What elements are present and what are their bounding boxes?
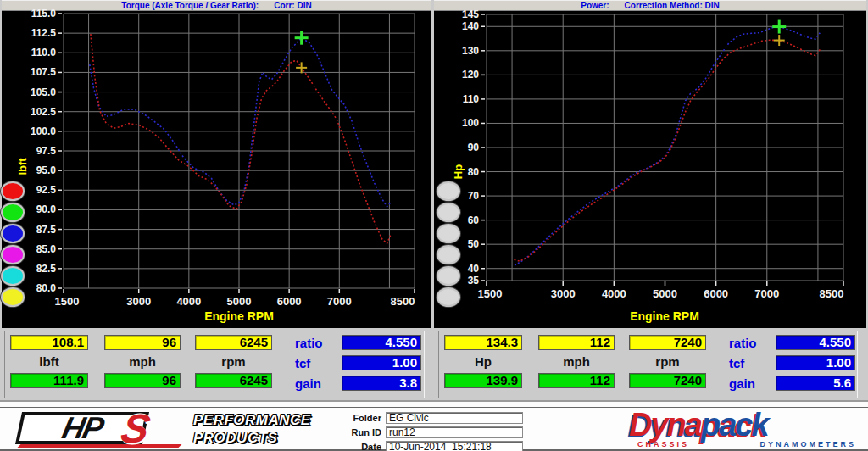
run-select-button-green[interactable] — [3, 204, 23, 220]
run-select-button-blue[interactable] — [3, 226, 23, 242]
speed-cursor-value: 112 — [538, 335, 615, 350]
speed-unit-label: mph — [104, 354, 181, 368]
ratio-label: ratio — [729, 336, 757, 349]
torque-chart-titlebar: Torque (Axle Torque / Gear Ratio): Corr:… — [2, 0, 431, 11]
power-unit-label: Hp — [444, 354, 522, 368]
run-id-label: Run ID — [337, 427, 381, 437]
y-tick-label: 85.0 — [19, 243, 56, 255]
x-tick-label: 3000 — [540, 287, 586, 300]
power-values-table: 134.3 112 7240 Hp mph rpm 139.9 112 7240… — [438, 331, 858, 398]
dynapack-wordmark: Dynapack — [629, 408, 860, 442]
run-select-button-yellow[interactable] — [3, 289, 23, 305]
blue_run_power_hp-curve — [515, 27, 820, 265]
red_run_torque_lbft-curve — [91, 34, 391, 243]
y-tick-label: 105.0 — [19, 86, 56, 98]
run-select-button-gray-4[interactable] — [438, 247, 459, 263]
gain-value: 3.8 — [342, 376, 421, 391]
power-peak-value: 139.9 — [444, 373, 522, 388]
power-chart-titlebar: Power: Correction Method: DIN — [434, 0, 866, 11]
y-tick-label: 95.0 — [19, 164, 56, 176]
tcf-label: tcf — [295, 356, 310, 370]
torque-cursor-value: 108.1 — [10, 335, 88, 350]
rpm-cursor-value: 6245 — [195, 335, 272, 350]
x-tick-label: 8500 — [380, 295, 426, 308]
date-input[interactable] — [386, 441, 523, 451]
gain-value: 5.6 — [776, 376, 855, 391]
x-tick-label: 1500 — [467, 287, 513, 300]
tcf-label: tcf — [729, 356, 744, 370]
dynapack-text-red: Dyna — [629, 407, 701, 443]
y-tick-label: 145 — [442, 8, 479, 20]
tcf-value: 1.00 — [776, 355, 855, 370]
y-tick-label: 80 — [442, 166, 479, 178]
date-label: Date — [337, 442, 381, 451]
rpm-peak-value: 7240 — [629, 373, 706, 388]
rpm-unit-label: rpm — [195, 354, 272, 368]
power-chart-canvas: Hp Engine RPM 14514013012011010090807060… — [434, 11, 866, 328]
y-tick-label: 110.0 — [19, 47, 56, 58]
run-select-button-gray-2[interactable] — [438, 204, 459, 220]
rpm-peak-value: 6245 — [195, 373, 272, 388]
y-tick-label: 82.5 — [19, 263, 56, 275]
tcf-value: 1.00 — [342, 355, 421, 370]
x-tick-label: 4000 — [166, 295, 212, 308]
folder-field-row: Folder — [337, 412, 523, 424]
y-tick-label: 102.5 — [19, 106, 56, 118]
x-tick-label: 1500 — [44, 295, 90, 308]
gain-label: gain — [729, 376, 755, 390]
run-select-button-gray-6[interactable] — [438, 289, 459, 305]
y-tick-label: 107.5 — [19, 66, 56, 78]
y-tick-label: 115.0 — [19, 8, 56, 19]
x-tick-label: 6000 — [693, 287, 739, 300]
power-cursor-value: 134.3 — [444, 335, 522, 350]
run-select-button-gray-3[interactable] — [438, 226, 459, 242]
gain-label: gain — [295, 376, 321, 390]
torque-correction-label: Corr: DIN — [274, 1, 311, 10]
power-chart-panel: Power: Correction Method: DIN Hp Engine … — [434, 0, 866, 329]
products-text: PRODUCTS — [193, 429, 311, 447]
y-tick-label: 110 — [442, 93, 479, 105]
y-tick-label: 100 — [442, 117, 479, 129]
y-tick-label: 100.0 — [19, 125, 56, 137]
run-select-button-gray-1[interactable] — [438, 183, 459, 199]
speed-peak-value: 96 — [104, 373, 181, 388]
x-tick-label: 7000 — [316, 295, 362, 308]
speed-unit-label: mph — [538, 354, 615, 368]
folder-input[interactable] — [386, 412, 523, 424]
date-field-row: Date — [337, 441, 523, 451]
run-id-input[interactable] — [386, 426, 523, 438]
speed-peak-value: 112 — [538, 373, 615, 388]
y-tick-label: 97.5 — [19, 145, 56, 157]
ratio-value: 4.550 — [342, 335, 421, 350]
torque-plot-svg — [2, 11, 431, 328]
rpm-cursor-value: 7240 — [629, 335, 706, 350]
power-plot-svg — [434, 11, 866, 328]
y-tick-label: 87.5 — [19, 224, 56, 236]
folder-label: Folder — [337, 413, 381, 423]
y-tick-label: 112.5 — [19, 27, 56, 39]
torque-chart-canvas: lbft Engine RPM 115.0112.5110.0107.5105.… — [2, 11, 431, 328]
x-tick-label: 4000 — [591, 287, 637, 300]
run-select-button-cyan[interactable] — [3, 268, 23, 284]
footer: HP S PERFORMANCE PRODUCTS Folder Run ID … — [0, 400, 868, 451]
peak-marker-yellow — [774, 35, 785, 46]
x-tick-label: 8500 — [809, 287, 854, 300]
dynapack-text-blue: pack — [701, 407, 768, 443]
y-tick-label: 92.5 — [19, 184, 56, 196]
footer-strip: HP S PERFORMANCE PRODUCTS Folder Run ID … — [0, 407, 868, 451]
ratio-value: 4.550 — [776, 335, 855, 350]
dynamometers-text: DYNAMOMETERS — [760, 440, 856, 448]
torque-unit-label: lbft — [10, 354, 88, 368]
y-tick-label: 140 — [442, 20, 479, 32]
blue_run_torque_lbft-curve — [90, 38, 391, 207]
run-select-button-magenta[interactable] — [3, 247, 23, 263]
hps-logo: HP S — [15, 412, 149, 444]
performance-products-wordmark: PERFORMANCE PRODUCTS — [193, 411, 311, 447]
x-tick-label: 5000 — [216, 295, 262, 308]
run-select-button-gray-5[interactable] — [438, 268, 459, 284]
run-select-button-red[interactable] — [3, 183, 23, 199]
hps-logo-hp: HP — [60, 415, 104, 441]
rpm-unit-label: rpm — [629, 354, 706, 368]
torque-peak-value: 111.9 — [10, 373, 88, 388]
torque-chart-panel: Torque (Axle Torque / Gear Ratio): Corr:… — [2, 0, 431, 329]
